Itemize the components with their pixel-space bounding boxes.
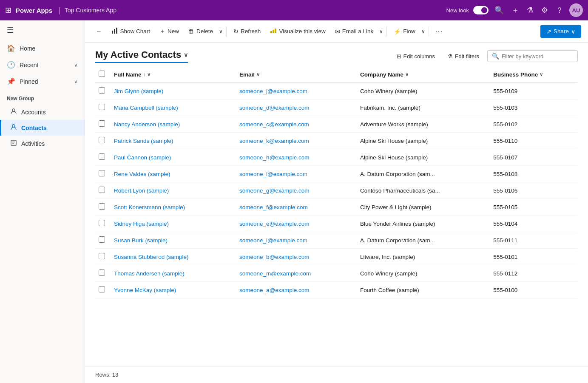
row-email-7[interactable]: someone_f@example.com — [236, 199, 357, 216]
filter-search-box[interactable]: 🔍 — [487, 50, 578, 62]
col-header-fullname[interactable]: Full Name ↑ ∨ — [111, 66, 236, 83]
new-look-toggle[interactable] — [473, 6, 489, 14]
view-title-chevron-icon[interactable]: ∨ — [184, 51, 188, 58]
row-email-11[interactable]: someone_m@example.com — [236, 265, 357, 282]
row-fullname-7[interactable]: Scott Konersmann (sample) — [111, 199, 236, 216]
row-checkbox-2[interactable] — [99, 120, 105, 127]
row-checkbox-1[interactable] — [99, 104, 105, 110]
row-checkbox-cell[interactable] — [95, 199, 111, 216]
delete-button[interactable]: 🗑 Delete — [184, 26, 217, 37]
row-fullname-0[interactable]: Jim Glynn (sample) — [111, 83, 236, 99]
row-checkbox-5[interactable] — [99, 170, 105, 176]
row-fullname-9[interactable]: Susan Burk (sample) — [111, 232, 236, 249]
row-fullname-11[interactable]: Thomas Andersen (sample) — [111, 265, 236, 282]
keyword-filter-input[interactable] — [502, 53, 573, 60]
row-fullname-5[interactable]: Rene Valdes (sample) — [111, 166, 236, 182]
fullname-sort-icon: ↑ — [143, 72, 146, 77]
row-checkbox-4[interactable] — [99, 153, 105, 160]
edit-filters-button[interactable]: ⚗ Edit filters — [443, 50, 484, 62]
sidebar-recent-label: Recent — [20, 62, 38, 68]
row-checkbox-10[interactable] — [99, 253, 105, 259]
new-button[interactable]: ＋ New — [155, 25, 183, 38]
col-header-company[interactable]: Company Name ∨ — [357, 66, 490, 83]
view-actions: ⊞ Edit columns ⚗ Edit filters 🔍 — [392, 50, 578, 62]
row-checkbox-cell[interactable] — [95, 216, 111, 232]
select-all-header[interactable] — [95, 66, 111, 83]
delete-chevron-button[interactable]: ∨ — [218, 27, 224, 36]
row-checkbox-0[interactable] — [99, 87, 105, 94]
grid-icon[interactable]: ⊞ — [5, 6, 11, 15]
email-link-button[interactable]: ✉ Email a Link — [331, 26, 378, 37]
row-checkbox-cell[interactable] — [95, 116, 111, 133]
table-row: Rene Valdes (sample) someone_i@example.c… — [95, 166, 578, 182]
table-row: Scott Konersmann (sample) someone_f@exam… — [95, 199, 578, 216]
row-company-3: Alpine Ski House (sample) — [357, 133, 490, 149]
select-all-checkbox[interactable] — [99, 71, 105, 77]
row-fullname-6[interactable]: Robert Lyon (sample) — [111, 182, 236, 199]
row-checkbox-cell[interactable] — [95, 133, 111, 149]
hamburger-icon[interactable]: ☰ — [7, 26, 14, 35]
flow-icon: ⚡ — [394, 28, 401, 35]
back-button[interactable]: ← — [92, 26, 106, 37]
row-checkbox-cell[interactable] — [95, 149, 111, 166]
row-fullname-8[interactable]: Sidney Higa (sample) — [111, 216, 236, 232]
row-email-6[interactable]: someone_g@example.com — [236, 182, 357, 199]
row-email-0[interactable]: someone_j@example.com — [236, 83, 357, 99]
show-chart-button[interactable]: Show Chart — [107, 25, 155, 38]
row-email-2[interactable]: someone_c@example.com — [236, 116, 357, 133]
help-icon[interactable]: ？ — [554, 3, 565, 17]
visualize-button[interactable]: Visualize this view — [266, 25, 330, 38]
row-fullname-4[interactable]: Paul Cannon (sample) — [111, 149, 236, 166]
row-email-4[interactable]: someone_h@example.com — [236, 149, 357, 166]
row-checkbox-cell[interactable] — [95, 166, 111, 182]
phone-sort-icon: ∨ — [540, 72, 543, 77]
row-checkbox-3[interactable] — [99, 137, 105, 143]
sidebar-item-activities[interactable]: Activities — [0, 136, 85, 151]
sidebar-item-pinned[interactable]: 📌 Pinned ∨ — [0, 73, 85, 90]
row-checkbox-cell[interactable] — [95, 182, 111, 199]
col-header-phone[interactable]: Business Phone ∨ — [490, 66, 578, 83]
sidebar-item-recent[interactable]: 🕐 Recent ∨ — [0, 57, 85, 73]
row-checkbox-7[interactable] — [99, 203, 105, 210]
row-email-12[interactable]: someone_a@example.com — [236, 282, 357, 298]
row-fullname-2[interactable]: Nancy Anderson (sample) — [111, 116, 236, 133]
row-checkbox-cell[interactable] — [95, 282, 111, 298]
sidebar-item-home[interactable]: 🏠 Home — [0, 40, 85, 57]
row-email-5[interactable]: someone_i@example.com — [236, 166, 357, 182]
col-header-email[interactable]: Email ∨ — [236, 66, 357, 83]
row-fullname-3[interactable]: Patrick Sands (sample) — [111, 133, 236, 149]
row-checkbox-cell[interactable] — [95, 265, 111, 282]
add-icon[interactable]: ＋ — [510, 3, 521, 17]
row-checkbox-cell[interactable] — [95, 99, 111, 116]
search-icon[interactable]: 🔍 — [493, 4, 506, 17]
row-email-9[interactable]: someone_l@example.com — [236, 232, 357, 249]
row-checkbox-cell[interactable] — [95, 232, 111, 249]
row-checkbox-12[interactable] — [99, 286, 105, 292]
filter-icon[interactable]: ⚗ — [525, 4, 535, 17]
user-avatar[interactable]: AU — [569, 3, 583, 17]
flow-chevron-button[interactable]: ∨ — [420, 27, 426, 36]
sidebar-item-accounts[interactable]: Accounts — [0, 104, 85, 120]
row-checkbox-cell[interactable] — [95, 83, 111, 99]
row-email-10[interactable]: someone_b@example.com — [236, 249, 357, 265]
row-email-8[interactable]: someone_e@example.com — [236, 216, 357, 232]
more-button[interactable]: ⋯ — [432, 25, 446, 38]
edit-columns-button[interactable]: ⊞ Edit columns — [392, 50, 440, 62]
row-checkbox-6[interactable] — [99, 187, 105, 193]
share-button[interactable]: ↗ Share ∨ — [540, 25, 581, 38]
row-fullname-10[interactable]: Susanna Stubberod (sample) — [111, 249, 236, 265]
row-email-3[interactable]: someone_k@example.com — [236, 133, 357, 149]
row-checkbox-8[interactable] — [99, 220, 105, 226]
flow-button[interactable]: ⚡ Flow — [389, 26, 420, 37]
row-email-1[interactable]: someone_d@example.com — [236, 99, 357, 116]
refresh-button[interactable]: ↻ Refresh — [229, 26, 265, 37]
settings-icon[interactable]: ⚙ — [540, 4, 550, 17]
row-fullname-1[interactable]: Maria Campbell (sample) — [111, 99, 236, 116]
email-chevron-button[interactable]: ∨ — [378, 27, 384, 36]
top-nav: ⊞ Power Apps | Top Customers App New loo… — [0, 0, 588, 20]
row-checkbox-cell[interactable] — [95, 249, 111, 265]
row-checkbox-11[interactable] — [99, 270, 105, 276]
sidebar-item-contacts[interactable]: Contacts — [0, 120, 85, 136]
row-checkbox-9[interactable] — [99, 236, 105, 243]
row-fullname-12[interactable]: Yvonne McKay (sample) — [111, 282, 236, 298]
